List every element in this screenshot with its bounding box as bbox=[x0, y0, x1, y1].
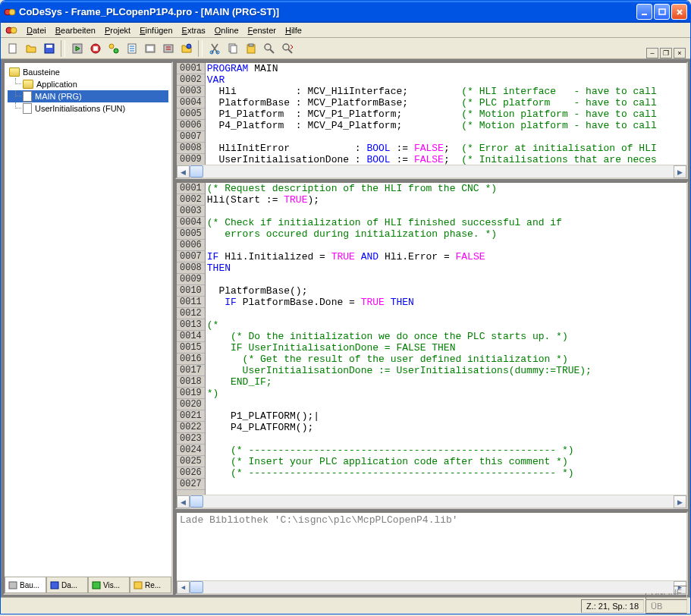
code-line[interactable]: (* Get the result of the user defined in… bbox=[206, 354, 686, 365]
scroll-right-icon[interactable]: ▶ bbox=[674, 495, 686, 508]
tool-btn-5[interactable] bbox=[141, 40, 159, 57]
body-editor[interactable]: 0001000200030004000500060007000800090010… bbox=[175, 181, 688, 509]
code-line[interactable]: (* Request description of the HLI from t… bbox=[206, 183, 686, 194]
line-number[interactable]: 0005 bbox=[177, 108, 205, 120]
line-number[interactable]: 0014 bbox=[177, 331, 205, 342]
scroll-left-icon[interactable]: ◀ bbox=[177, 581, 190, 594]
line-number[interactable]: 0018 bbox=[177, 376, 205, 388]
save-button[interactable] bbox=[40, 40, 58, 57]
mdi-close[interactable]: × bbox=[674, 48, 686, 58]
tool-btn-6[interactable] bbox=[159, 40, 177, 57]
close-button[interactable] bbox=[671, 4, 687, 20]
code-line[interactable]: (* Insert your PLC application code afte… bbox=[206, 456, 686, 467]
code-line[interactable]: (* -------------------------------------… bbox=[206, 467, 686, 479]
line-number[interactable]: 0012 bbox=[177, 308, 205, 319]
find-next-button[interactable] bbox=[278, 40, 296, 57]
tree-item[interactable]: UserInitialisations (FUN) bbox=[8, 102, 168, 115]
line-number[interactable]: 0003 bbox=[177, 206, 205, 217]
project-tree[interactable]: Bausteine ApplicationMAIN (PRG)UserIniti… bbox=[5, 63, 171, 577]
line-number[interactable]: 0026 bbox=[177, 467, 205, 479]
code-line[interactable]: errors occured during initialization pha… bbox=[206, 228, 686, 240]
line-number[interactable]: 0016 bbox=[177, 354, 205, 365]
tree-item[interactable]: Application bbox=[8, 78, 168, 90]
code-line[interactable]: IF UserInitialisationDone = FALSE THEN bbox=[206, 342, 686, 354]
code-line[interactable] bbox=[206, 308, 686, 319]
code-line[interactable] bbox=[206, 479, 686, 490]
code-line[interactable]: P1_Platform : MCV_P1_Platform; (* Motion… bbox=[206, 108, 686, 120]
project-tab[interactable]: Vis... bbox=[88, 577, 130, 593]
line-number[interactable]: 0002 bbox=[177, 194, 205, 206]
line-number[interactable]: 0025 bbox=[177, 456, 205, 467]
menu-projekt[interactable]: Projekt bbox=[100, 24, 135, 36]
menu-einfügen[interactable]: Einfügen bbox=[135, 24, 177, 36]
code-line[interactable]: PROGRAM MAIN bbox=[206, 63, 686, 74]
project-tab[interactable]: Re... bbox=[130, 577, 171, 593]
code-line[interactable]: THEN bbox=[206, 262, 686, 274]
code-line[interactable]: Hli : MCV_HliInterface; (* HLI interface… bbox=[206, 86, 686, 97]
code-line[interactable]: P1_PLATFORM();| bbox=[206, 410, 686, 422]
msg-hscroll[interactable]: ◀ ▶ bbox=[177, 580, 686, 593]
new-button[interactable] bbox=[4, 40, 21, 57]
code-line[interactable]: PlatformBase : MCV_PlatformBase; (* PLC … bbox=[206, 97, 686, 108]
tool-btn-3[interactable] bbox=[105, 40, 122, 57]
scroll-left-icon[interactable]: ◀ bbox=[177, 495, 190, 508]
menu-extras[interactable]: Extras bbox=[177, 24, 210, 36]
code-line[interactable]: Hli(Start := TRUE); bbox=[206, 194, 686, 206]
titlebar[interactable]: CoDeSys - Frame_PLCopenP1P4.pro - [MAIN … bbox=[1, 1, 690, 23]
line-number[interactable]: 0010 bbox=[177, 285, 205, 297]
declaration-editor[interactable]: 0001000200030004000500060007000800090010… bbox=[175, 61, 688, 179]
copy-button[interactable] bbox=[224, 40, 241, 57]
tool-btn-7[interactable] bbox=[177, 40, 195, 57]
stop-button[interactable] bbox=[86, 40, 104, 57]
tree-root[interactable]: Bausteine bbox=[8, 66, 168, 78]
line-number[interactable]: 0020 bbox=[177, 399, 205, 410]
code-line[interactable]: IF Hli.Initialized = TRUE AND Hli.Error … bbox=[206, 251, 686, 262]
line-number[interactable]: 0009 bbox=[177, 274, 205, 285]
code-line[interactable]: *) bbox=[206, 388, 686, 399]
line-number[interactable]: 0004 bbox=[177, 97, 205, 108]
code-line[interactable] bbox=[206, 274, 686, 285]
code-line[interactable]: (* Check if initialization of HLI finish… bbox=[206, 217, 686, 228]
line-number[interactable]: 0004 bbox=[177, 217, 205, 228]
project-tab[interactable]: Da... bbox=[46, 577, 88, 593]
code-line[interactable]: UserInitialisationDone : BOOL := FALSE; … bbox=[206, 154, 686, 165]
open-button[interactable] bbox=[22, 40, 39, 57]
code-line[interactable] bbox=[206, 433, 686, 445]
find-button[interactable] bbox=[260, 40, 278, 57]
line-number[interactable]: 0001 bbox=[177, 183, 205, 194]
code-line[interactable]: (* -------------------------------------… bbox=[206, 445, 686, 456]
line-number[interactable]: 0001 bbox=[177, 63, 205, 74]
mdi-minimize[interactable]: – bbox=[646, 48, 658, 58]
scroll-left-icon[interactable]: ◀ bbox=[177, 165, 190, 178]
code-line[interactable]: VAR bbox=[206, 74, 686, 86]
line-number[interactable]: 0006 bbox=[177, 240, 205, 251]
minimize-button[interactable] bbox=[636, 4, 652, 20]
cut-button[interactable] bbox=[206, 40, 223, 57]
code-line[interactable] bbox=[206, 131, 686, 143]
maximize-button[interactable] bbox=[654, 4, 670, 20]
code-line[interactable]: (* bbox=[206, 319, 686, 331]
code-line[interactable] bbox=[206, 206, 686, 217]
menu-hilfe[interactable]: Hilfe bbox=[281, 24, 306, 36]
line-number[interactable]: 0027 bbox=[177, 479, 205, 490]
code-line[interactable]: (* Do the initialization we do once the … bbox=[206, 331, 686, 342]
decl-hscroll[interactable]: ◀ ▶ bbox=[177, 165, 686, 178]
mdi-restore[interactable]: ❐ bbox=[660, 48, 672, 58]
code-line[interactable]: IF PlatformBase.Done = TRUE THEN bbox=[206, 297, 686, 308]
tree-item[interactable]: MAIN (PRG) bbox=[8, 90, 168, 102]
code-line[interactable] bbox=[206, 240, 686, 251]
project-tab[interactable]: Bau... bbox=[5, 577, 46, 593]
line-number[interactable]: 0015 bbox=[177, 342, 205, 354]
code-line[interactable]: PlatformBase(); bbox=[206, 285, 686, 297]
line-number[interactable]: 0021 bbox=[177, 410, 205, 422]
paste-button[interactable] bbox=[242, 40, 259, 57]
line-number[interactable]: 0003 bbox=[177, 86, 205, 97]
line-number[interactable]: 0019 bbox=[177, 388, 205, 399]
line-number[interactable]: 0007 bbox=[177, 131, 205, 143]
code-line[interactable] bbox=[206, 399, 686, 410]
line-number[interactable]: 0013 bbox=[177, 319, 205, 331]
line-number[interactable]: 0011 bbox=[177, 297, 205, 308]
line-number[interactable]: 0006 bbox=[177, 120, 205, 131]
line-number[interactable]: 0002 bbox=[177, 74, 205, 86]
tool-btn-4[interactable] bbox=[123, 40, 140, 57]
